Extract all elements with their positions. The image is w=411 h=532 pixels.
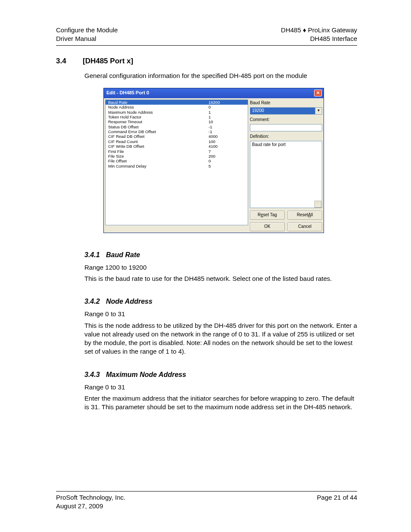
param-row[interactable]: Command Error DB Offset-1	[106, 129, 248, 134]
param-label: Token Hold Factor	[106, 115, 206, 119]
subsection-title: Baud Rate	[106, 251, 140, 258]
param-value: 100	[206, 139, 248, 144]
footer-rule	[56, 491, 357, 492]
param-label: First File	[106, 149, 206, 154]
section-3-4-1-heading: 3.4.1Baud Rate	[84, 251, 357, 259]
subsection-number: 3.4.2	[84, 298, 106, 305]
s341-range: Range 1200 to 19200	[84, 263, 357, 272]
page-footer: ProSoft Technology, Inc. Page 21 of 44 A…	[56, 483, 357, 511]
param-row[interactable]: Min Command Delay5	[106, 164, 248, 168]
param-row[interactable]: Response Timeout10	[106, 119, 248, 124]
param-row[interactable]: Node Address0	[106, 105, 248, 109]
footer-page: Page 21 of 44	[317, 493, 357, 502]
section-number: 3.4	[56, 57, 83, 65]
reset-all-button[interactable]: Reset All	[287, 211, 322, 220]
definition-label: Definition:	[250, 134, 322, 139]
subsection-number: 3.4.3	[84, 371, 106, 379]
param-value: 200	[206, 154, 248, 159]
comment-input[interactable]	[250, 124, 322, 131]
param-value: 7	[206, 149, 248, 154]
param-label: Maximum Node Address	[106, 110, 206, 115]
dialog-titlebar: Edit - DH485 Port 0 ✕	[104, 88, 324, 98]
param-label: File Offset	[106, 159, 206, 163]
definition-text: Baud rate for port	[252, 142, 320, 147]
param-row[interactable]: CIF Write DB Offset4100	[106, 144, 248, 149]
param-value: 19200	[206, 100, 248, 105]
header-right-2: DH485 Interface	[310, 34, 357, 43]
edit-dialog: Edit - DH485 Port 0 ✕ Baud Rate19200Node…	[103, 88, 324, 233]
property-panel: Baud Rate 19200 ▼ Comment: Definition: B…	[250, 100, 322, 231]
param-row[interactable]: CIF Read Count100	[106, 139, 248, 144]
param-label: Baud Rate	[106, 100, 206, 105]
s343-body: Enter the maximum address that the initi…	[84, 394, 357, 412]
param-row[interactable]: Token Hold Factor1	[106, 115, 248, 119]
param-row[interactable]: CIF Read DB Offset4000	[106, 134, 248, 139]
param-label: File Size	[106, 154, 206, 159]
param-row[interactable]: File Size200	[106, 154, 248, 159]
cancel-button[interactable]: Cancel	[287, 222, 322, 231]
param-value: 4100	[206, 144, 248, 149]
param-value: 0	[206, 159, 248, 163]
definition-textarea[interactable]: Baud rate for port ˅	[250, 141, 322, 208]
header-left-2: Driver Manual	[56, 34, 96, 43]
section-title: [DH485 Port x]	[83, 57, 133, 65]
param-label: CIF Read DB Offset	[106, 134, 206, 139]
section-3-4-3-heading: 3.4.3Maximum Node Address	[84, 371, 357, 379]
chevron-down-icon[interactable]: ▼	[315, 107, 322, 115]
subsection-number: 3.4.1	[84, 251, 106, 259]
param-value: 1	[206, 110, 248, 115]
param-value: 10	[206, 119, 248, 124]
section-3-4-2-heading: 3.4.2Node Address	[84, 298, 357, 305]
section-3-4-intro: General configuration information for th…	[84, 72, 357, 80]
param-value: 1	[206, 115, 248, 119]
close-icon[interactable]: ✕	[314, 90, 322, 96]
param-row[interactable]: Baud Rate19200	[106, 100, 248, 105]
param-row[interactable]: Status DB Offset-1	[106, 124, 248, 129]
s342-range: Range 0 to 31	[84, 310, 357, 318]
comment-label: Comment:	[250, 117, 322, 122]
s343-range: Range 0 to 31	[84, 383, 357, 392]
s341-body: This is the baud rate to use for the DH4…	[84, 274, 357, 283]
field-label: Baud Rate	[250, 100, 322, 106]
s342-body: This is the node address to be utilized …	[84, 321, 357, 356]
param-label: CIF Write DB Offset	[106, 144, 206, 149]
param-label: Response Timeout	[106, 119, 206, 124]
ok-button[interactable]: OK	[250, 222, 285, 231]
param-label: Min Command Delay	[106, 164, 206, 168]
parameter-list[interactable]: Baud Rate19200Node Address0Maximum Node …	[105, 100, 248, 225]
section-3-4-heading: 3.4[DH485 Port x]	[56, 57, 357, 65]
reset-tag-button[interactable]: Reset Tag	[250, 211, 285, 220]
header-left-1: Configure the Module	[56, 26, 118, 34]
subsection-title: Maximum Node Address	[106, 371, 186, 378]
footer-date: August 27, 2009	[56, 502, 103, 510]
param-label: CIF Read Count	[106, 139, 206, 144]
dropdown-value: 19200	[250, 107, 315, 115]
param-value: 5	[206, 164, 248, 168]
header-right-1: DH485 ♦ ProLinx Gateway	[281, 26, 357, 34]
page-header: Configure the Module DH485 ♦ ProLinx Gat…	[56, 26, 357, 57]
param-label: Node Address	[106, 105, 206, 109]
param-row[interactable]: Maximum Node Address1	[106, 110, 248, 115]
footer-company: ProSoft Technology, Inc.	[56, 493, 125, 502]
param-value: 0	[206, 105, 248, 109]
param-value: -1	[206, 124, 248, 129]
param-label: Status DB Offset	[106, 124, 206, 129]
param-row[interactable]: File Offset0	[106, 159, 248, 163]
param-label: Command Error DB Offset	[106, 129, 206, 134]
baud-rate-dropdown[interactable]: 19200 ▼	[250, 107, 322, 115]
header-rule	[56, 45, 357, 46]
dialog-title: Edit - DH485 Port 0	[106, 90, 149, 96]
scroll-down-icon[interactable]: ˅	[314, 201, 321, 208]
param-row[interactable]: First File7	[106, 149, 248, 154]
param-value: -1	[206, 129, 248, 134]
subsection-title: Node Address	[106, 298, 153, 305]
param-value: 4000	[206, 134, 248, 139]
